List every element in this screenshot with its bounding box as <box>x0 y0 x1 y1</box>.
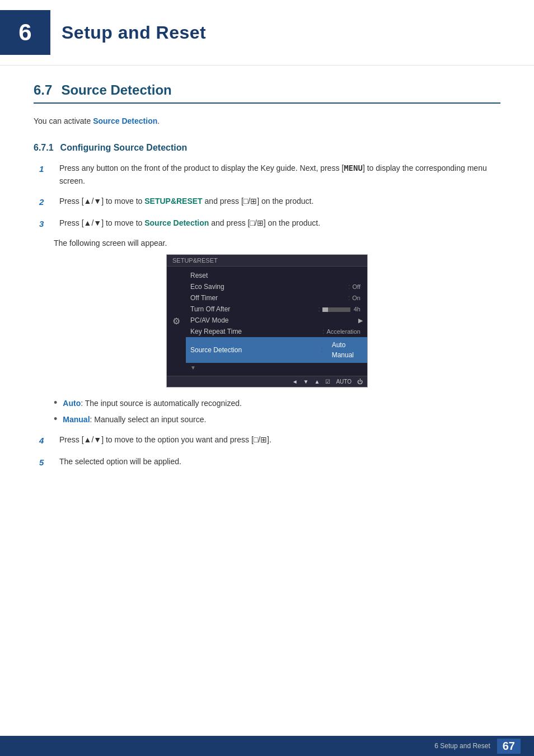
bullet-manual-text: Manual: Manually select an input source. <box>63 414 206 426</box>
footer-page-number: 67 <box>497 739 521 754</box>
section-number: 6.7 <box>34 82 52 98</box>
step-1-number: 1 <box>39 162 55 176</box>
footer-btn-auto: AUTO <box>336 379 352 385</box>
page-footer: 6 Setup and Reset 67 <box>0 736 534 756</box>
chapter-badge: 6 <box>0 10 50 55</box>
footer-btn-back: ◄ <box>292 379 298 385</box>
section-title: Source Detection <box>61 82 171 98</box>
menu-item-pcav-mode: PC/AV Mode ▶ <box>186 315 367 326</box>
source-detection-dropdown: Auto Manual <box>325 339 360 361</box>
bullet-auto: • Auto: The input source is automaticall… <box>54 398 500 409</box>
step-5: 5 The selected option will be applied. <box>39 455 500 469</box>
main-content: 6.7 Source Detection You can activate So… <box>0 82 534 469</box>
step-4-text: Press [▲/▼] to move to the option you wa… <box>59 433 500 446</box>
dropdown-manual: Manual <box>330 350 356 360</box>
screen-appears-text: The following screen will appear. <box>54 239 500 248</box>
bullet-list: • Auto: The input source is automaticall… <box>54 398 500 426</box>
menu-key: MENU <box>344 164 363 172</box>
step-2: 2 Press [▲/▼] to move to SETUP&RESET and… <box>39 195 500 209</box>
step-1-text: Press any button on the front of the pro… <box>59 162 500 187</box>
dropdown-auto: Auto <box>330 340 356 350</box>
menu-screenshot: SETUP&RESET ⚙ Reset Eco Saving : Off Off… <box>166 254 368 388</box>
menu-items-list: Reset Eco Saving : Off Off Timer : On Tu… <box>186 270 367 372</box>
chapter-number: 6 <box>18 19 31 46</box>
step-4: 4 Press [▲/▼] to move to the option you … <box>39 433 500 447</box>
footer-chapter-text: 6 Setup and Reset <box>434 742 490 750</box>
page-header: 6 Setup and Reset <box>0 0 534 66</box>
section-header: 6.7 Source Detection <box>34 82 500 104</box>
footer-btn-power: ⏻ <box>357 379 363 385</box>
menu-item-turn-off-after: Turn Off After : 4h <box>186 304 367 315</box>
menu-item-reset: Reset <box>186 270 367 281</box>
setup-reset-highlight: SETUP&RESET <box>144 197 202 206</box>
menu-title-bar: SETUP&RESET <box>167 255 367 267</box>
footer-btn-up: ▲ <box>314 379 320 385</box>
menu-item-source-detection: Source Detection : Auto Manual <box>186 337 367 363</box>
bullet-manual: • Manual: Manually select an input sourc… <box>54 414 500 426</box>
menu-body: ⚙ Reset Eco Saving : Off Off Timer : On <box>167 267 367 376</box>
footer-btn-confirm: ☑ <box>325 379 330 385</box>
footer-btn-down: ▼ <box>303 379 309 385</box>
step-5-text: The selected option will be applied. <box>59 455 500 468</box>
step-2-text: Press [▲/▼] to move to SETUP&RESET and p… <box>59 195 500 207</box>
subsection-title: Configuring Source Detection <box>60 143 188 153</box>
subsection-number: 6.7.1 <box>34 143 54 153</box>
step-4-number: 4 <box>39 434 55 447</box>
bullet-auto-text: Auto: The input source is automatically … <box>63 398 242 409</box>
steps-4-5-list: 4 Press [▲/▼] to move to the option you … <box>39 433 500 469</box>
menu-gear-icon: ⚙ <box>167 270 186 372</box>
menu-item-eco-saving: Eco Saving : Off <box>186 281 367 292</box>
step-3-text: Press [▲/▼] to move to Source Detection … <box>59 217 500 229</box>
step-1: 1 Press any button on the front of the p… <box>39 162 500 187</box>
intro-text-before: You can activate <box>34 116 93 125</box>
step-3: 3 Press [▲/▼] to move to Source Detectio… <box>39 217 500 231</box>
auto-label: Auto <box>63 399 81 408</box>
chapter-title: Setup and Reset <box>62 22 206 43</box>
menu-item-off-timer: Off Timer : On <box>186 292 367 304</box>
menu-footer: ◄ ▼ ▲ ☑ AUTO ⏻ <box>167 376 367 387</box>
intro-text-after: . <box>157 116 160 125</box>
menu-scroll-indicator: ▼ <box>186 363 367 372</box>
source-detection-highlight: Source Detection <box>144 218 209 227</box>
steps-list: 1 Press any button on the front of the p… <box>39 162 500 231</box>
step-2-number: 2 <box>39 195 55 209</box>
intro-highlight: Source Detection <box>93 116 157 125</box>
menu-item-key-repeat: Key Repeat Time : Acceleration <box>186 326 367 337</box>
step-5-number: 5 <box>39 456 55 469</box>
manual-label: Manual <box>63 415 90 424</box>
step-3-number: 3 <box>39 217 55 231</box>
intro-paragraph: You can activate Source Detection. <box>34 115 500 127</box>
subsection-header: 6.7.1 Configuring Source Detection <box>34 143 500 153</box>
